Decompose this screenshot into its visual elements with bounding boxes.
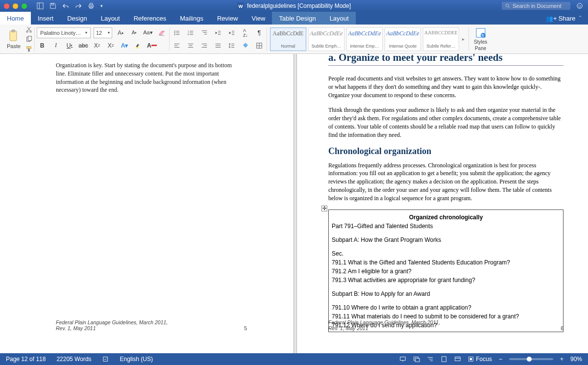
tab-table-layout[interactable]: Layout: [323, 12, 356, 25]
para2[interactable]: Think through the questions your audienc…: [328, 106, 564, 139]
spellcheck-icon[interactable]: [102, 356, 109, 363]
paste-icon[interactable]: [8, 29, 19, 42]
align-left-icon[interactable]: [172, 40, 182, 51]
word-icon: W: [237, 2, 244, 9]
table-organized[interactable]: Organized chronologically Part 791–Gifte…: [328, 209, 564, 332]
font-family-select[interactable]: Palatino Linoty…▾: [37, 27, 91, 38]
tab-references[interactable]: References: [127, 12, 173, 25]
style-subtle-reference[interactable]: AABBCCDDEE Subtle Refer…: [423, 27, 459, 51]
svg-point-23: [174, 30, 175, 31]
style-intense-emphasis[interactable]: AaBbCcDdEe Intense Emp…: [346, 27, 383, 51]
style-subtle-emphasis[interactable]: AaBbCcDdEe Subtle Emph…: [308, 27, 344, 51]
svg-point-12: [580, 5, 581, 5]
copy-icon[interactable]: [25, 36, 32, 43]
paste-label[interactable]: Paste: [7, 43, 21, 49]
view-outline-icon[interactable]: [427, 356, 434, 363]
align-center-icon[interactable]: [185, 40, 196, 51]
svg-rect-4: [90, 3, 92, 5]
zoom-level[interactable]: 90%: [570, 356, 582, 363]
tab-home[interactable]: Home: [0, 12, 31, 25]
tab-view[interactable]: View: [245, 12, 272, 25]
style-normal[interactable]: AaBbCcDdE Normal: [270, 27, 306, 51]
showmarks-icon[interactable]: ¶: [254, 27, 265, 38]
tab-mailings[interactable]: Mailings: [173, 12, 210, 25]
body-text[interactable]: Organization is key. Start by stating th…: [56, 61, 243, 94]
tab-table-design[interactable]: Table Design: [272, 12, 322, 25]
heading-a[interactable]: a. Organize to meet your readers' needs: [328, 54, 564, 66]
window-controls: [4, 3, 27, 9]
svg-text:¶: ¶: [482, 33, 484, 38]
styles-more-icon[interactable]: ▸: [460, 36, 466, 42]
underline-icon[interactable]: U▾: [64, 40, 75, 51]
sort-icon[interactable]: AZ↓: [240, 27, 251, 38]
shading-icon[interactable]: [240, 40, 251, 51]
font-color-icon[interactable]: A: [147, 40, 157, 51]
tab-design[interactable]: Design: [60, 12, 94, 25]
close-window[interactable]: [4, 3, 9, 9]
highlight-icon[interactable]: [133, 40, 144, 51]
view-web-icon[interactable]: [454, 356, 461, 363]
font-size-select[interactable]: 12▾: [94, 27, 112, 38]
zoom-window[interactable]: [22, 3, 27, 9]
svg-point-11: [579, 5, 579, 5]
svg-rect-19: [27, 46, 31, 48]
decrease-indent-icon[interactable]: [213, 27, 223, 38]
line-spacing-icon[interactable]: [226, 40, 237, 51]
numbering-icon[interactable]: 123: [185, 27, 196, 38]
layout-icon[interactable]: [37, 2, 44, 9]
share-button[interactable]: 👥+ Share: [546, 15, 575, 22]
heading-chrono[interactable]: Chronological organization: [328, 146, 564, 156]
para3[interactable]: Regulations frequently address processes…: [328, 161, 564, 203]
style-intense-quote[interactable]: AaBbCcDdEe Intense Quote: [385, 27, 421, 51]
collapse-ribbon-icon[interactable]: ˆ: [579, 15, 581, 21]
strikethrough-icon[interactable]: abc: [78, 40, 89, 51]
notes-icon[interactable]: [399, 356, 406, 363]
word-count[interactable]: 22205 Words: [56, 356, 91, 363]
save-icon[interactable]: [49, 2, 56, 9]
comments-icon[interactable]: [413, 356, 420, 363]
language[interactable]: English (US): [120, 356, 153, 363]
smiley-icon[interactable]: [576, 2, 583, 9]
tab-layout[interactable]: Layout: [94, 12, 127, 25]
svg-point-27: [174, 34, 175, 35]
tab-review[interactable]: Review: [210, 12, 245, 25]
styles-pane-icon[interactable]: ¶: [475, 27, 486, 38]
align-right-icon[interactable]: [199, 40, 210, 51]
svg-text:3: 3: [188, 33, 189, 36]
svg-rect-2: [51, 3, 53, 5]
justify-icon[interactable]: [213, 40, 223, 51]
multilevel-list-icon[interactable]: [199, 27, 210, 38]
change-case-icon[interactable]: Aa▾: [143, 27, 153, 38]
document-canvas[interactable]: Organization is key. Start by stating th…: [0, 54, 588, 353]
bold-icon[interactable]: B: [37, 40, 48, 51]
print-icon[interactable]: [88, 2, 95, 9]
svg-text:W: W: [239, 3, 244, 9]
text-effects-icon[interactable]: A▾: [119, 40, 130, 51]
para1[interactable]: People read documents and visit websites…: [328, 75, 564, 99]
search-box[interactable]: Search in Document: [502, 2, 570, 10]
shrink-font-icon[interactable]: A▾: [129, 27, 140, 38]
zoom-in[interactable]: +: [560, 356, 564, 363]
search-placeholder: Search in Document: [513, 3, 562, 9]
view-print-icon[interactable]: [441, 356, 447, 363]
cut-icon[interactable]: [25, 26, 32, 33]
clear-format-icon[interactable]: [156, 27, 167, 38]
page-indicator[interactable]: Page 12 of 118: [6, 356, 46, 363]
focus-button[interactable]: Focus: [468, 356, 492, 363]
zoom-out[interactable]: −: [499, 356, 502, 363]
dropdown-icon[interactable]: ▾: [100, 3, 103, 8]
tab-insert[interactable]: Insert: [31, 12, 61, 25]
zoom-slider[interactable]: [509, 358, 553, 360]
minimize-window[interactable]: [13, 3, 18, 9]
increase-indent-icon[interactable]: [226, 27, 237, 38]
borders-icon[interactable]: [254, 40, 265, 51]
grow-font-icon[interactable]: A▴: [115, 27, 126, 38]
redo-icon[interactable]: [75, 2, 82, 9]
superscript-icon[interactable]: X2: [105, 40, 116, 51]
subscript-icon[interactable]: X2: [92, 40, 102, 51]
table-anchor-icon[interactable]: ✢: [321, 206, 327, 211]
undo-icon[interactable]: [62, 2, 69, 9]
italic-icon[interactable]: I: [50, 40, 61, 51]
bullets-icon[interactable]: [172, 27, 182, 38]
format-painter-icon[interactable]: [25, 46, 32, 52]
